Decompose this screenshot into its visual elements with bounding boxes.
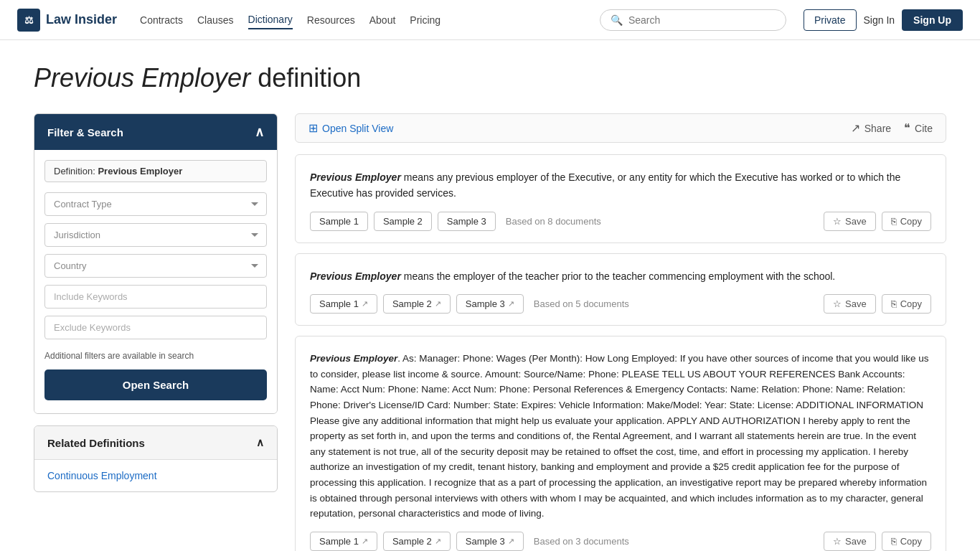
related-title: Related Definitions — [47, 437, 145, 449]
split-view-label: Open Split View — [322, 123, 393, 134]
filter-chevron-icon[interactable]: ∧ — [255, 124, 264, 140]
page-container: Previous Employer definition Filter & Se… — [17, 40, 963, 551]
search-input[interactable] — [628, 14, 776, 26]
action-btns-2: ☆ Save ⎘ Copy — [824, 294, 931, 314]
definition-value: Previous Employer — [98, 166, 182, 176]
nav-resources[interactable]: Resources — [307, 11, 355, 29]
page-title: Previous Employer definition — [34, 63, 946, 93]
nav-links: Contracts Clauses Dictionary Resources A… — [140, 11, 583, 29]
search-bar[interactable]: 🔍 — [600, 9, 786, 31]
site-logo[interactable]: ⚖ Law Insider — [17, 9, 117, 32]
nav-dictionary[interactable]: Dictionary — [248, 11, 293, 29]
exclude-keywords-input[interactable] — [44, 316, 267, 339]
additional-filters-note: Additional filters are available in sear… — [44, 351, 267, 361]
sample3-btn-2[interactable]: Sample 3 ↗ — [456, 294, 524, 314]
copy-button-1[interactable]: ⎘ Copy — [882, 212, 931, 231]
sample1-btn-3[interactable]: Sample 1 ↗ — [310, 532, 377, 551]
sample2-btn-2[interactable]: Sample 2 ↗ — [383, 294, 451, 314]
cite-icon: ❝ — [904, 121, 910, 135]
copy-icon-2: ⎘ — [891, 298, 897, 309]
jurisdiction-select[interactable]: Jurisdiction — [44, 223, 267, 247]
sample2-btn-3[interactable]: Sample 2 ↗ — [383, 532, 451, 551]
related-header: Related Definitions ∧ — [34, 426, 277, 460]
filter-body: Definition: Previous Employer Contract T… — [34, 150, 277, 413]
toolbar-right: ↗ Share ❝ Cite — [851, 121, 933, 135]
save-button-1[interactable]: ☆ Save — [824, 212, 876, 231]
signin-button[interactable]: Sign In — [864, 14, 895, 26]
based-on-3: Based on 3 documents — [534, 536, 629, 547]
definition-text-3: Previous Employer. As: Manager: Phone: W… — [310, 351, 931, 522]
split-view-icon: ⊞ — [308, 121, 318, 135]
definition-text-2: Previous Employer means the employer of … — [310, 268, 931, 284]
related-definitions-box: Related Definitions ∧ Continuous Employm… — [34, 425, 278, 492]
definition-text-1: Previous Employer means any previous emp… — [310, 169, 931, 202]
save-button-2[interactable]: ☆ Save — [824, 294, 876, 314]
def-footer-3: Sample 1 ↗ Sample 2 ↗ Sample 3 ↗ Based o… — [310, 532, 931, 551]
def-term-3: Previous Employer — [310, 353, 397, 364]
action-btns-1: ☆ Save ⎘ Copy — [824, 212, 931, 231]
copy-icon-3: ⎘ — [891, 536, 897, 547]
action-btns-3: ☆ Save ⎘ Copy — [824, 532, 931, 551]
related-link-continuous-employment[interactable]: Continuous Employment — [47, 470, 157, 481]
cite-label: Cite — [915, 123, 933, 134]
include-keywords-input[interactable] — [44, 285, 267, 309]
share-icon: ↗ — [851, 121, 860, 135]
def-footer-1: Sample 1 Sample 2 Sample 3 Based on 8 do… — [310, 212, 931, 231]
open-search-button[interactable]: Open Search — [44, 369, 267, 400]
def-footer-2: Sample 1 ↗ Sample 2 ↗ Sample 3 ↗ Based o… — [310, 294, 931, 314]
nav-pricing[interactable]: Pricing — [410, 11, 440, 29]
def-body-3: . As: Manager: Phone: Wages (Per Month):… — [310, 353, 928, 519]
definition-label: Definition: — [54, 166, 95, 176]
star-icon-3: ☆ — [833, 536, 842, 547]
definition-card-1: Previous Employer means any previous emp… — [295, 154, 946, 243]
star-icon-2: ☆ — [833, 298, 842, 309]
nav-clauses[interactable]: Clauses — [197, 11, 234, 29]
related-body: Continuous Employment — [34, 460, 277, 491]
sample3-btn-3[interactable]: Sample 3 ↗ — [456, 532, 524, 551]
content-area: ⊞ Open Split View ↗ Share ❝ Cite — [295, 113, 946, 551]
filter-title: Filter & Search — [47, 126, 123, 138]
signup-button[interactable]: Sign Up — [902, 9, 963, 31]
cite-button[interactable]: ❝ Cite — [904, 121, 933, 135]
based-on-1: Based on 8 documents — [506, 216, 601, 227]
copy-button-2[interactable]: ⎘ Copy — [882, 294, 931, 314]
definition-badge: Definition: Previous Employer — [44, 160, 267, 182]
logo-text: Law Insider — [46, 12, 117, 27]
copy-icon-1: ⎘ — [891, 216, 897, 227]
logo-icon: ⚖ — [17, 9, 40, 32]
sample2-btn-1[interactable]: Sample 2 — [374, 212, 432, 231]
star-icon-1: ☆ — [833, 216, 842, 227]
country-select[interactable]: Country — [44, 254, 267, 278]
definition-card-2: Previous Employer means the employer of … — [295, 253, 946, 326]
filter-header: Filter & Search ∧ — [34, 114, 277, 150]
filter-box: Filter & Search ∧ Definition: Previous E… — [34, 113, 278, 414]
navbar: ⚖ Law Insider Contracts Clauses Dictiona… — [0, 0, 980, 40]
def-term-2: Previous Employer — [310, 270, 401, 282]
main-layout: Filter & Search ∧ Definition: Previous E… — [34, 113, 946, 551]
toolbar-bar: ⊞ Open Split View ↗ Share ❝ Cite — [295, 113, 946, 143]
related-chevron-icon[interactable]: ∧ — [256, 436, 264, 449]
page-title-normal: definition — [250, 63, 361, 93]
page-title-italic: Previous Employer — [34, 63, 250, 93]
split-view-button[interactable]: ⊞ Open Split View — [308, 121, 393, 135]
def-term-1: Previous Employer — [310, 171, 401, 183]
private-button[interactable]: Private — [804, 9, 857, 31]
contract-type-select[interactable]: Contract Type — [44, 192, 267, 216]
share-label: Share — [864, 123, 891, 134]
copy-button-3[interactable]: ⎘ Copy — [882, 532, 931, 551]
search-icon: 🔍 — [611, 14, 623, 26]
sample1-btn-1[interactable]: Sample 1 — [310, 212, 368, 231]
nav-about[interactable]: About — [369, 11, 396, 29]
save-button-3[interactable]: ☆ Save — [824, 532, 876, 551]
sample3-btn-1[interactable]: Sample 3 — [438, 212, 496, 231]
nav-actions: Private Sign In Sign Up — [804, 9, 963, 31]
sidebar: Filter & Search ∧ Definition: Previous E… — [34, 113, 278, 492]
nav-contracts[interactable]: Contracts — [140, 11, 183, 29]
sample1-btn-2[interactable]: Sample 1 ↗ — [310, 294, 377, 314]
definition-card-3: Previous Employer. As: Manager: Phone: W… — [295, 336, 946, 551]
based-on-2: Based on 5 documents — [534, 298, 629, 309]
def-body-2: means the employer of the teacher prior … — [401, 270, 835, 282]
share-button[interactable]: ↗ Share — [851, 121, 891, 135]
